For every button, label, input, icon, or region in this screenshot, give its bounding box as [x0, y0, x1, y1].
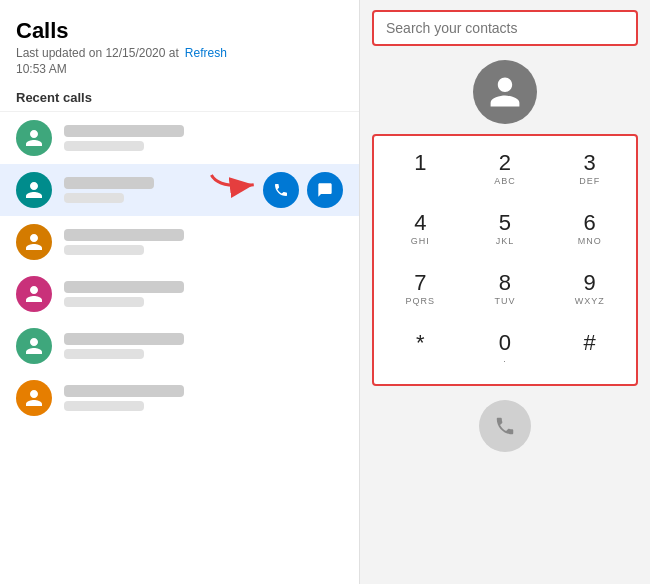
refresh-button[interactable]: Refresh	[185, 46, 227, 60]
person-icon-3	[24, 284, 44, 304]
dial-key-3[interactable]: 3 DEF	[547, 140, 632, 200]
contact-name-5	[64, 385, 184, 397]
person-icon-4	[24, 336, 44, 356]
calls-list	[0, 111, 359, 584]
avatar-0	[16, 120, 52, 156]
contact-detail-4	[64, 349, 144, 359]
contact-person-icon	[487, 74, 523, 110]
dialpad: 1 2 ABC 3 DEF 4 GHI 5 JKL 6 MNO	[372, 134, 638, 386]
call-item-1[interactable]	[0, 164, 359, 216]
action-buttons	[263, 172, 343, 208]
contact-detail-0	[64, 141, 144, 151]
avatar-3	[16, 276, 52, 312]
dial-key-5[interactable]: 5 JKL	[463, 200, 548, 260]
avatar-4	[16, 328, 52, 364]
person-icon-1	[24, 180, 44, 200]
dial-key-9[interactable]: 9 WXYZ	[547, 260, 632, 320]
call-button[interactable]	[263, 172, 299, 208]
dial-key-2[interactable]: 2 ABC	[463, 140, 548, 200]
phone-icon	[273, 182, 289, 198]
chat-icon	[317, 182, 333, 198]
contact-name-2	[64, 229, 184, 241]
dial-key-6[interactable]: 6 MNO	[547, 200, 632, 260]
calls-header: Calls Last updated on 12/15/2020 at Refr…	[0, 0, 359, 80]
dial-key-8[interactable]: 8 TUV	[463, 260, 548, 320]
page-title: Calls	[16, 18, 343, 44]
subtitle-time: 10:53 AM	[16, 62, 343, 76]
left-panel: Calls Last updated on 12/15/2020 at Refr…	[0, 0, 360, 584]
person-icon-2	[24, 232, 44, 252]
dial-key-4[interactable]: 4 GHI	[378, 200, 463, 260]
call-item-3[interactable]	[0, 268, 359, 320]
contact-detail-3	[64, 297, 144, 307]
dial-key-1[interactable]: 1	[378, 140, 463, 200]
subtitle-time-text: 10:53 AM	[16, 62, 67, 76]
call-info-4	[64, 333, 343, 359]
calls-subtitle: Last updated on 12/15/2020 at Refresh	[16, 46, 343, 60]
contact-name-4	[64, 333, 184, 345]
dial-key-star[interactable]: *	[378, 320, 463, 380]
contact-name-3	[64, 281, 184, 293]
contact-name-1	[64, 177, 154, 189]
dial-key-hash[interactable]: #	[547, 320, 632, 380]
recent-calls-label: Recent calls	[0, 80, 359, 111]
person-icon	[24, 128, 44, 148]
call-info-3	[64, 281, 343, 307]
call-info-2	[64, 229, 343, 255]
dial-key-0[interactable]: 0 ·	[463, 320, 548, 380]
call-item-5[interactable]	[0, 372, 359, 424]
contact-avatar	[473, 60, 537, 124]
avatar-2	[16, 224, 52, 260]
chat-button[interactable]	[307, 172, 343, 208]
call-item-0[interactable]	[0, 112, 359, 164]
contact-name-0	[64, 125, 184, 137]
dialpad-grid: 1 2 ABC 3 DEF 4 GHI 5 JKL 6 MNO	[378, 140, 632, 380]
dial-phone-icon	[494, 415, 516, 437]
contact-detail-5	[64, 401, 144, 411]
call-item-2[interactable]	[0, 216, 359, 268]
person-icon-5	[24, 388, 44, 408]
contact-detail-1	[64, 193, 124, 203]
dial-call-button[interactable]	[479, 400, 531, 452]
contact-detail-2	[64, 245, 144, 255]
search-input[interactable]	[372, 10, 638, 46]
call-item-4[interactable]	[0, 320, 359, 372]
subtitle-text: Last updated on 12/15/2020 at	[16, 46, 179, 60]
right-panel: 1 2 ABC 3 DEF 4 GHI 5 JKL 6 MNO	[360, 0, 650, 584]
dial-key-7[interactable]: 7 PQRS	[378, 260, 463, 320]
avatar-1	[16, 172, 52, 208]
call-info-5	[64, 385, 343, 411]
avatar-5	[16, 380, 52, 416]
call-info-0	[64, 125, 343, 151]
